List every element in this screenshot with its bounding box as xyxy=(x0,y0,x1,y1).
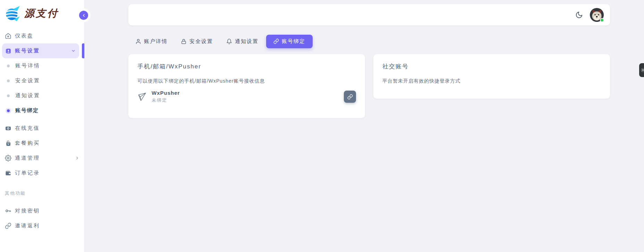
link-icon xyxy=(273,39,279,44)
wxpusher-row: WxPusher 未绑定 xyxy=(137,90,356,103)
sidebar-item-label: 通道管理 xyxy=(15,155,40,161)
wallet-icon xyxy=(5,170,11,176)
tab-notification-settings[interactable]: 通知设置 xyxy=(226,38,259,45)
sidebar-nav: 仪表盘 账号设置 账号详情 xyxy=(0,28,84,233)
active-item-indicator xyxy=(82,43,84,58)
sidebar-item-label: 对接密钥 xyxy=(15,208,40,214)
sidebar-item-account-details[interactable]: 账号详情 xyxy=(0,58,84,73)
bullet-dot xyxy=(7,79,10,82)
sidebar-section-label: 其他功能 xyxy=(5,190,84,197)
sidebar-item-package-purchase[interactable]: 套餐购买 xyxy=(0,136,84,151)
online-status-dot xyxy=(600,18,604,22)
settings-tabs: 账户详情 安全设置 通知设置 xyxy=(135,34,313,49)
tab-label: 账号绑定 xyxy=(282,38,305,45)
tab-account-details[interactable]: 账户详情 xyxy=(135,38,168,45)
sidebar-item-label: 套餐购买 xyxy=(15,140,40,146)
bullet-dot xyxy=(7,94,10,97)
sidebar-item-api-keys[interactable]: 对接密钥 xyxy=(0,203,84,218)
key-icon xyxy=(5,208,11,214)
sidebar-item-label: 通知设置 xyxy=(15,92,40,99)
sidebar-item-security-settings[interactable]: 安全设置 xyxy=(0,73,84,88)
sidebar: 源支付 仪表盘 xyxy=(0,0,84,252)
chevron-right-icon xyxy=(75,156,79,160)
bullet-dot xyxy=(7,109,10,112)
brand: 源支付 xyxy=(0,0,84,26)
tab-account-binding[interactable]: 账号绑定 xyxy=(266,35,313,48)
sidebar-collapse-button[interactable] xyxy=(79,11,88,20)
social-card-title: 社交账号 xyxy=(382,62,601,70)
tab-label: 通知设置 xyxy=(235,38,259,45)
sidebar-item-label: 仪表盘 xyxy=(15,33,34,39)
tab-label: 账户详情 xyxy=(144,38,168,45)
sidebar-item-label: 账号绑定 xyxy=(15,107,39,114)
id-badge-icon xyxy=(5,48,11,54)
binding-status: 未绑定 xyxy=(152,97,180,103)
tab-security-settings[interactable]: 安全设置 xyxy=(181,38,213,45)
link-icon xyxy=(347,94,353,100)
sidebar-item-label: 邀请返利 xyxy=(15,222,40,229)
tab-label: 安全设置 xyxy=(189,38,213,45)
sidebar-item-label: 在线充值 xyxy=(15,125,40,132)
binding-card-description: 可以使用以下绑定的手机/邮箱/WxPusher账号接收信息 xyxy=(137,78,356,84)
binding-card-title: 手机/邮箱/WxPusher xyxy=(137,62,356,70)
app-root: 源支付 仪表盘 xyxy=(0,0,644,252)
sidebar-item-label: 账号详情 xyxy=(15,62,40,69)
sidebar-item-label: 账号设置 xyxy=(15,48,40,54)
bullet-dot xyxy=(7,65,10,67)
sidebar-item-label: 订单记录 xyxy=(15,170,40,176)
lock-icon xyxy=(181,39,187,44)
sidebar-item-account-binding[interactable]: 账号绑定 xyxy=(0,103,84,118)
bind-wxpusher-button[interactable] xyxy=(344,91,356,103)
topbar xyxy=(128,4,610,25)
sidebar-item-label: 安全设置 xyxy=(15,77,40,84)
sidebar-item-channel-management[interactable]: 通道管理 xyxy=(0,151,84,166)
banknote-icon xyxy=(5,125,11,132)
binding-service-name: WxPusher xyxy=(152,90,180,96)
sidebar-item-notification-settings[interactable]: 通知设置 xyxy=(0,88,84,103)
sidebar-item-dashboard[interactable]: 仪表盘 xyxy=(0,28,84,43)
binding-card: 手机/邮箱/WxPusher 可以使用以下绑定的手机/邮箱/WxPusher账号… xyxy=(128,54,365,118)
link-icon xyxy=(5,222,11,229)
gear-icon xyxy=(641,68,644,73)
paper-plane-icon xyxy=(137,91,147,102)
gear-icon xyxy=(5,155,11,161)
shopping-bag-icon xyxy=(5,140,11,146)
moon-icon xyxy=(575,11,583,19)
user-icon xyxy=(135,39,141,44)
settings-drawer-handle[interactable] xyxy=(639,63,644,77)
chevron-down-icon xyxy=(71,49,76,53)
home-icon xyxy=(5,33,11,39)
sidebar-item-order-records[interactable]: 订单记录 xyxy=(0,166,84,180)
brand-logo-icon xyxy=(4,5,22,22)
user-avatar[interactable] xyxy=(590,8,604,22)
sidebar-item-account-settings[interactable]: 账号设置 xyxy=(2,43,79,58)
sidebar-item-invite-rebate[interactable]: 邀请返利 xyxy=(0,218,84,233)
bell-icon xyxy=(226,39,232,44)
sidebar-item-online-recharge[interactable]: 在线充值 xyxy=(0,121,84,136)
dark-mode-toggle[interactable] xyxy=(575,11,583,19)
chevron-left-icon xyxy=(82,13,86,18)
brand-name: 源支付 xyxy=(24,7,59,20)
social-card: 社交账号 平台暂未开启有效的快捷登录方式 xyxy=(373,54,610,99)
social-card-description: 平台暂未开启有效的快捷登录方式 xyxy=(382,78,601,84)
